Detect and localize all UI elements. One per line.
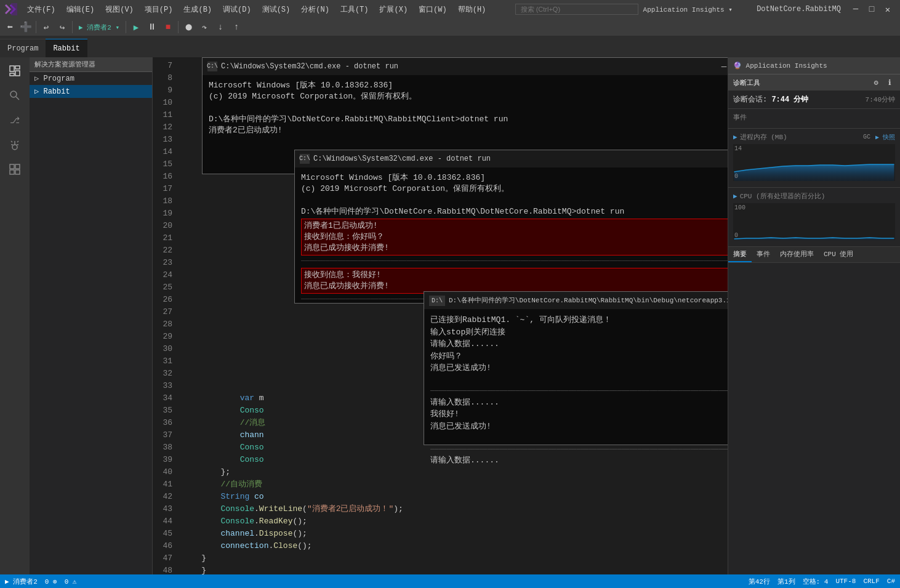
rmq-spacer1 [430,374,728,387]
statusbar-encoding[interactable]: UTF-8 [835,578,856,585]
diag-settings-icon[interactable]: ⚙ [870,77,882,88]
toolbar-back[interactable]: ➕ [18,20,33,34]
statusbar-col: 第1列 [777,577,795,586]
menu-test[interactable]: 测试(S) [257,3,295,16]
panel-item-rabbit[interactable]: ▷ Rabbit [30,85,152,98]
rabbitmq-window[interactable]: D:\ D:\各种中间件的学习\DotNetCore.RabbitMQ\Rabb… [424,291,728,445]
memory-chart: 14 0 [733,144,895,181]
statusbar-branch[interactable]: ▶ 消费者2 [5,577,38,586]
diag-tab-events[interactable]: 事件 [752,247,775,262]
statusbar-errors[interactable]: 0 ⊗ [45,578,57,586]
rmq-line3: 请输入数据...... [430,338,728,350]
cmd2-h1-line1: 消费者1已启动成功! [304,220,728,232]
menu-build[interactable]: 生成(B) [179,3,217,16]
maximize-button[interactable]: □ [864,2,879,17]
menu-tools[interactable]: 工具(T) [335,3,374,16]
cpu-chart: 100 0 [733,203,895,240]
menu-debug[interactable]: 调试(D) [218,3,256,16]
svg-rect-13 [15,170,20,174]
cmd1-line2: (c) 2019 Microsoft Corporation。保留所有权利。 [209,91,728,102]
minimize-button[interactable]: ─ [848,2,863,17]
rabbitmq-title-text: D:\各种中间件的学习\DotNetCore.RabbitMQ\RabbitMQ… [449,296,728,306]
cmd2-line1: Microsoft Windows [版本 10.0.18362.836] [301,172,728,183]
statusbar-lang[interactable]: C# [887,578,895,585]
search-input[interactable] [515,4,638,15]
svg-rect-6 [10,73,14,76]
toolbar-breakpoint[interactable]: ⬤ [181,20,196,34]
menu-window[interactable]: 窗口(W) [414,3,452,16]
cmd-title-2-text: C:\Windows\System32\cmd.exe - dotnet run [313,154,491,164]
cmd2-h1-line2: 接收到信息：你好吗？ [304,232,728,243]
sidebar-icons: ⎇ [0,57,30,588]
sidebar-icon-git[interactable]: ⎇ [4,109,26,131]
toolbar: ⬅ ➕ ↩ ↪ ▶ 消费者2 ▾ ▶ ⏸ ■ ⬤ ↷ ↓ ↑ [0,18,900,36]
toolbar-redo[interactable]: ↪ [55,20,70,34]
menu-help[interactable]: 帮助(H) [453,3,491,16]
memory-min-label: 0 [734,173,738,180]
svg-rect-5 [15,71,20,76]
cmd2-dashes1: ────────────────────────────────────────… [301,257,728,266]
cmd2-h2-line1: 接收到信息：我很好! [304,270,728,281]
rmq-dashes1: ────────────────────────────────────────… [430,386,728,397]
rmq-spacer2 [430,432,728,445]
toolbar-debug-target[interactable]: ▶ 消费者2 ▾ [75,23,123,32]
toolbar-stop[interactable]: ■ [161,20,175,34]
diag-gc-label: GC [863,134,870,140]
toolbar-pause[interactable]: ⏸ [145,20,159,34]
close-button[interactable]: ✕ [880,2,895,17]
app-insights-label[interactable]: Application Insights ▾ [643,6,733,14]
menu-analyze[interactable]: 分析(N) [296,3,334,16]
cmd-content-2: Microsoft Windows [版本 10.0.18362.836] (c… [295,167,728,310]
panel-item-program[interactable]: ▷ Program [30,72,152,85]
diag-events-section: 事件 [728,109,900,129]
sidebar-icon-extensions[interactable] [4,158,26,180]
cmd2-h1-line3: 消息已成功接收并消费! [304,243,728,254]
toolbar-step-into[interactable]: ↓ [213,20,228,34]
tab-rabbit[interactable]: Rabbit [46,39,87,57]
diag-info-icon[interactable]: ℹ [884,77,895,88]
cmd1-line4: D:\各种中间件的学习\DotNetCore.RabbitMQ\RabbitMQ… [209,114,728,125]
cmd-window-2[interactable]: C:\ C:\Windows\System32\cmd.exe - dotnet… [294,150,728,304]
diag-memory-title: 进程内存 (MB) [740,132,787,142]
menu-extensions[interactable]: 扩展(X) [374,3,412,16]
svg-marker-14 [734,164,894,181]
toolbar-undo[interactable]: ↩ [39,20,54,34]
svg-point-9 [12,145,17,150]
menu-edit[interactable]: 编辑(E) [62,3,100,16]
cpu-max-label: 100 [734,204,745,211]
rmq-line7: 请输入数据...... [430,397,728,409]
cmd2-line2: (c) 2019 Microsoft Corporation。保留所有权利。 [301,183,728,195]
statusbar: ▶ 消费者2 0 ⊗ 0 ⚠ 第42行 第1列 空格: 4 UTF-8 CRLF… [0,574,900,588]
statusbar-spaces[interactable]: 空格: 4 [803,577,829,586]
cmd-min-1[interactable]: ─ [720,62,728,71]
diag-tab-summary[interactable]: 摘要 [728,247,752,262]
statusbar-eol[interactable]: CRLF [863,578,879,585]
rmq-dashes2: ────────────────────────────────────────… [430,445,728,455]
diag-tab-cpu[interactable]: CPU 使用 [819,247,858,262]
toolbar-start[interactable]: ▶ [129,20,143,34]
sidebar-icon-explorer[interactable] [4,60,26,82]
code-editor[interactable]: 7 8 9 10 11 12 13 14 15 16 17 18 19 20 2… [153,57,728,588]
statusbar-line: 第42行 [749,577,770,586]
toolbar-new[interactable]: ⬅ [2,20,17,34]
rmq-line4: 你好吗？ [430,350,728,363]
sidebar-icon-search[interactable] [4,84,26,107]
sidebar-icon-debug[interactable] [4,134,26,156]
app-insights-bar: 🔮 Application Insights [728,57,900,75]
toolbar-sep-3 [126,21,126,33]
memory-max-label: 14 [734,145,742,152]
svg-rect-12 [10,170,14,174]
toolbar-step-out[interactable]: ↑ [229,20,244,34]
svg-rect-2 [11,3,17,15]
menu-project[interactable]: 项目(P) [140,3,178,16]
diag-panel: 🔮 Application Insights 诊断工具 ⚙ ℹ 诊断会话: 7:… [728,57,900,588]
svg-rect-4 [15,66,20,69]
statusbar-warnings[interactable]: 0 ⚠ [65,578,77,586]
tab-program[interactable]: Program [0,39,46,57]
diag-tab-memory[interactable]: 内存使用率 [775,247,819,262]
toolbar-step-over[interactable]: ↷ [197,20,212,34]
menu-view[interactable]: 视图(V) [100,3,139,16]
rmq-line8: 我很好! [430,408,728,421]
menu-file[interactable]: 文件(F) [22,3,60,16]
diag-quickshot-label: ▶ 快照 [875,133,895,142]
